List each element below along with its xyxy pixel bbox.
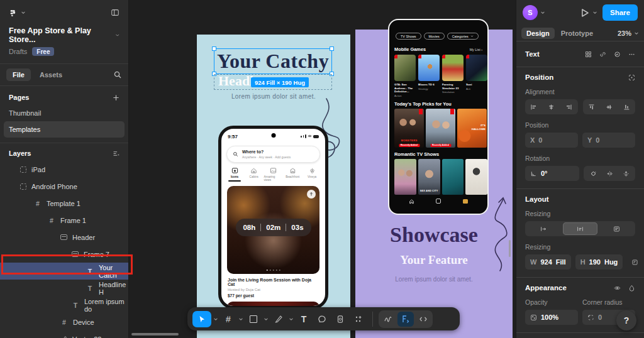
- drafts-label[interactable]: Drafts: [9, 48, 27, 55]
- component-icon[interactable]: [585, 51, 592, 58]
- selection-handle[interactable]: [330, 46, 334, 51]
- layer-frame-1[interactable]: # Frame 1: [0, 212, 128, 229]
- game-tile-sonic[interactable]: [466, 55, 487, 81]
- rotate-90-icon[interactable]: [585, 166, 601, 181]
- layer-frame-7[interactable]: Frame 7: [0, 246, 128, 263]
- draw-mode-icon[interactable]: [380, 312, 396, 327]
- my-list-link[interactable]: My List ›: [470, 48, 482, 52]
- link-icon[interactable]: [599, 51, 606, 58]
- layer-vector-22[interactable]: Vector 22: [0, 330, 128, 338]
- phone-mockup-airbnb[interactable]: 9:57 Where to? Anywhere · Any week · Add…: [218, 126, 328, 309]
- align-middle-icon[interactable]: [600, 99, 618, 114]
- game-tile-gta[interactable]: [394, 55, 416, 81]
- layer-device[interactable]: # Device: [0, 313, 128, 330]
- poster-white[interactable]: [465, 159, 487, 195]
- flip-horizontal-icon[interactable]: [601, 166, 618, 181]
- horizontal-scrollbar[interactable]: [131, 333, 179, 335]
- actions-tool[interactable]: [350, 311, 367, 327]
- align-top-icon[interactable]: [583, 99, 601, 114]
- constrain-proportions-icon[interactable]: [627, 254, 642, 270]
- height-input[interactable]: H190 Hug: [575, 254, 623, 270]
- x-position-input[interactable]: X0: [525, 133, 578, 148]
- phone-mockup-netflix[interactable]: TV Shows Movies Categories Mobile Games …: [388, 19, 489, 215]
- move-tool[interactable]: [192, 311, 211, 327]
- opacity-input[interactable]: 100%: [525, 310, 578, 325]
- layer-your-catch-selected[interactable]: T Your Catch: [0, 263, 128, 280]
- listing-card-image[interactable]: 08h 02m 03s: [227, 186, 319, 274]
- showcase-subtitle[interactable]: Your Feature: [355, 253, 513, 267]
- games-icon[interactable]: [436, 199, 441, 204]
- poster-teal[interactable]: [442, 159, 464, 195]
- height-mode[interactable]: Hug: [604, 258, 618, 266]
- chip-categories[interactable]: Categories: [447, 33, 479, 40]
- comment-tool[interactable]: [314, 311, 330, 327]
- align-left-icon[interactable]: [525, 99, 543, 114]
- chevron-down-icon[interactable]: [238, 317, 243, 322]
- align-right-icon[interactable]: [560, 99, 578, 114]
- blend-droplet-icon[interactable]: [628, 285, 635, 292]
- chevron-down-icon[interactable]: [592, 10, 597, 15]
- shape-tool[interactable]: [245, 311, 262, 327]
- selected-text-layer[interactable]: Your Catchy: [214, 48, 332, 74]
- chevron-down-icon[interactable]: [289, 317, 294, 322]
- showcase-body[interactable]: Lorem ipsum dolor sit amet.: [355, 276, 513, 283]
- help-button[interactable]: ?: [616, 310, 636, 330]
- frame-tool[interactable]: #: [220, 311, 236, 327]
- tab-assets[interactable]: Assets: [33, 68, 69, 81]
- category-vineyards[interactable]: Vineya: [303, 167, 321, 182]
- category-beachfront[interactable]: Beachfront: [283, 167, 302, 182]
- align-bottom-icon[interactable]: [618, 99, 635, 114]
- subtitle-text-partial[interactable]: Headl: [218, 73, 253, 89]
- chip-tv-shows[interactable]: TV Shows: [396, 33, 421, 40]
- chevron-down-icon[interactable]: [264, 317, 269, 322]
- game-tile-farming[interactable]: [442, 55, 464, 81]
- align-center-icon[interactable]: [543, 99, 560, 114]
- device-preview-tool[interactable]: [332, 311, 348, 327]
- game-tile-bloons[interactable]: [418, 55, 440, 81]
- width-mode[interactable]: Fill: [556, 258, 566, 266]
- poster-halloween[interactable]: IT'S HALLOWE: [457, 109, 487, 148]
- toggle-sidebar-icon[interactable]: [111, 8, 119, 17]
- flip-vertical-icon[interactable]: [618, 166, 634, 181]
- text-tool[interactable]: T: [296, 311, 312, 327]
- resize-hug-icon[interactable]: [599, 222, 634, 235]
- share-button[interactable]: Share: [602, 4, 638, 21]
- code-mode-icon[interactable]: [415, 312, 431, 327]
- absolute-position-icon[interactable]: [628, 74, 635, 81]
- avatar[interactable]: S: [523, 5, 538, 20]
- showcase-title[interactable]: Showcase: [355, 223, 513, 247]
- resize-fixed-icon[interactable]: [526, 222, 562, 235]
- poster-gilmore[interactable]: [394, 159, 416, 195]
- chevron-down-icon[interactable]: [213, 317, 218, 322]
- search-icon[interactable]: [113, 70, 122, 79]
- add-page-icon[interactable]: [113, 94, 119, 101]
- vertical-scrollbar[interactable]: [509, 240, 511, 257]
- tab-prototype[interactable]: Prototype: [556, 28, 598, 39]
- width-input[interactable]: W924 Fill: [525, 254, 571, 270]
- layer-ipad[interactable]: iPad: [0, 161, 128, 178]
- layers-sort-icon[interactable]: [113, 150, 119, 157]
- pen-tool[interactable]: [270, 311, 287, 327]
- layer-headline-h[interactable]: T Headline H: [0, 280, 128, 297]
- chevron-down-icon[interactable]: [540, 10, 545, 15]
- file-name-row[interactable]: Free App Store & Play Store...: [9, 26, 119, 44]
- category-icons[interactable]: Icons: [225, 167, 244, 182]
- present-play-icon[interactable]: [579, 8, 590, 18]
- zoom-level[interactable]: 23%: [618, 30, 639, 37]
- category-cabins[interactable]: Cabins: [245, 167, 264, 182]
- poster-monsters[interactable]: MONSTERS Recently Added: [394, 109, 424, 148]
- page-item-templates[interactable]: Templates: [4, 121, 125, 138]
- page-item-thumbnail[interactable]: Thumbnail: [4, 105, 125, 121]
- visibility-eye-icon[interactable]: [614, 285, 621, 292]
- gift-icon[interactable]: [463, 199, 468, 204]
- artboard-showcase[interactable]: TV Shows Movies Categories Mobile Games …: [355, 30, 513, 338]
- dev-mode-icon[interactable]: [397, 312, 414, 327]
- y-position-input[interactable]: Y0: [582, 133, 635, 148]
- layer-template-1[interactable]: # Template 1: [0, 195, 128, 212]
- home-icon[interactable]: [409, 199, 414, 204]
- layer-lorem-ipsum[interactable]: T Lorem ipsum do: [0, 297, 128, 313]
- poster-sex-and-the-city[interactable]: SEX AND CITY: [418, 159, 440, 195]
- library-icon[interactable]: [614, 51, 621, 58]
- selection-handle[interactable]: [212, 46, 216, 51]
- search-bar[interactable]: Where to? Anywhere · Any week · Add gues…: [226, 146, 320, 163]
